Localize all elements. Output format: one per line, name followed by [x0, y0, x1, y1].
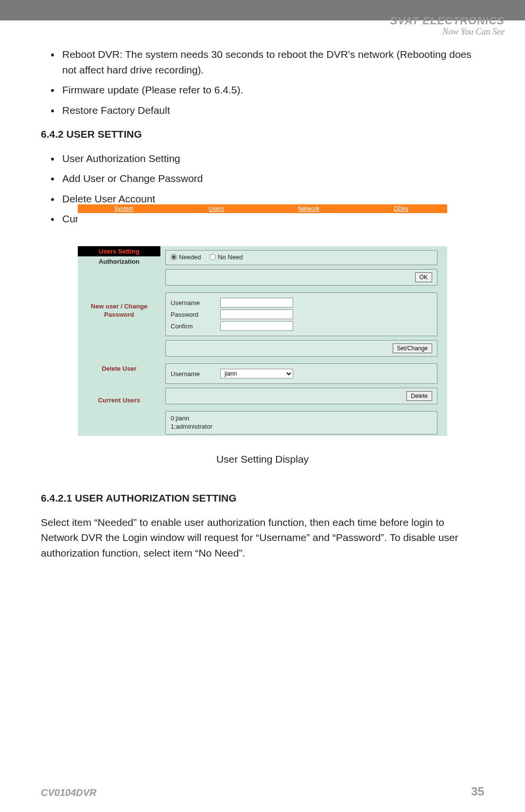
delete-username-select[interactable]: jiann	[220, 369, 293, 379]
currentuser-row: 1:administrator	[171, 423, 432, 431]
tabbar: System Users Network DDns	[78, 204, 447, 213]
brand-tagline: Now You Can See	[442, 27, 505, 37]
sidebar-header: Users Setting	[78, 246, 160, 256]
footer-model: CV0104DVR	[41, 787, 97, 798]
confirm-input[interactable]	[220, 321, 293, 331]
sidebar-newuser-label: New user / Change Password	[78, 301, 160, 321]
delete-username-label: Username	[171, 370, 214, 378]
list-item: Restore Factory Default	[60, 103, 484, 118]
brand-name: SVAT ELECTRONICS	[390, 15, 505, 27]
list-item: Firmware update (Please refer to 6.4.5).	[60, 82, 484, 98]
deleteuser-action-panel: Delete	[165, 388, 438, 404]
section-6421-body: Select item “Needed” to enable user auth…	[41, 515, 484, 561]
sidebar-currentusers-label: Current Users	[78, 395, 160, 407]
sidebar-authorization-label: Authorization	[78, 256, 160, 267]
list-item: User Authorization Setting	[60, 151, 484, 166]
tab-network[interactable]: Network	[262, 204, 355, 213]
list-item: Reboot DVR: The system needs 30 seconds …	[60, 47, 484, 77]
password-input[interactable]	[220, 309, 293, 319]
authorization-ok-panel: OK	[165, 269, 438, 286]
radio-noneed-label[interactable]: No Need	[210, 253, 243, 261]
radio-needed[interactable]	[171, 254, 177, 260]
sidebar: Users Setting Authorization New user / C…	[78, 246, 160, 436]
confirm-label: Confirm	[171, 323, 214, 330]
newuser-panel: Username Password Confirm	[165, 292, 438, 336]
ok-button[interactable]: OK	[415, 272, 432, 282]
radio-noneed-text: No Need	[218, 253, 243, 261]
tab-system[interactable]: System	[78, 204, 170, 213]
delete-button[interactable]: Delete	[406, 391, 432, 401]
username-input[interactable]	[220, 298, 293, 307]
password-label: Password	[171, 311, 214, 318]
list-item: Add User or Change Password	[60, 171, 484, 186]
tab-ddns[interactable]: DDns	[355, 204, 447, 213]
sidebar-deleteuser-label: Delete User	[78, 363, 160, 375]
section-heading-642: 6.4.2 USER SETTING	[41, 126, 484, 142]
user-setting-figure: System Users Network DDns Users Setting …	[78, 204, 447, 436]
radio-needed-label[interactable]: Needed	[171, 253, 201, 261]
footer-page: 35	[471, 785, 484, 798]
radio-noneed[interactable]	[210, 254, 216, 260]
section-heading-6421: 6.4.2.1 USER AUTHORIZATION SETTING	[41, 490, 484, 506]
ui-main: Users Setting Authorization New user / C…	[78, 246, 447, 436]
intro-block: Reboot DVR: The system needs 30 seconds …	[41, 47, 484, 232]
radio-needed-text: Needed	[179, 253, 201, 261]
deleteuser-panel: Username jiann	[165, 363, 438, 384]
currentuser-row: 0:jiann	[171, 415, 432, 423]
newuser-action-panel: Set/Change	[165, 340, 438, 357]
authorization-panel: Needed No Need	[165, 250, 438, 265]
setchange-button[interactable]: Set/Change	[393, 343, 432, 353]
username-label: Username	[171, 299, 214, 307]
section-6421-block: 6.4.2.1 USER AUTHORIZATION SETTING Selec…	[41, 482, 484, 560]
currentusers-panel: 0:jiann 1:administrator	[165, 411, 438, 434]
figure-caption: User Setting Display	[78, 453, 447, 465]
tab-users[interactable]: Users	[170, 204, 262, 213]
ui-content: Needed No Need OK	[160, 246, 447, 436]
